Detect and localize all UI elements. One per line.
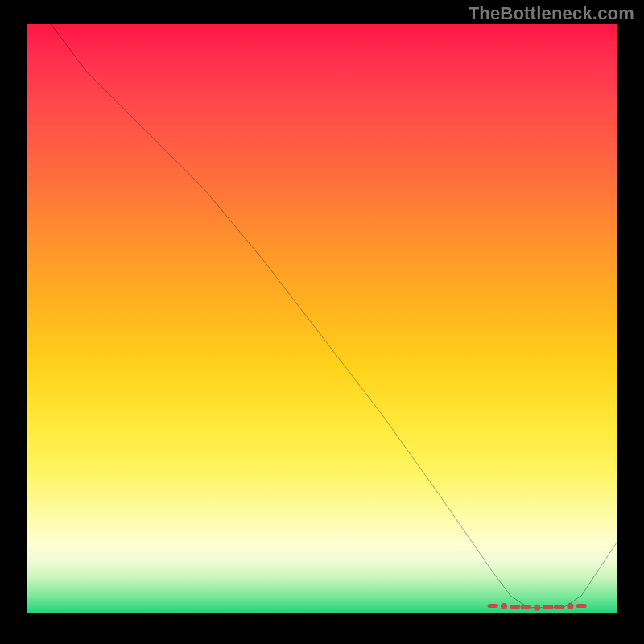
watermark-text: TheBottleneck.com [469,3,634,24]
valley-markers [27,24,617,613]
marker-dot [567,603,573,609]
marker-dash [576,604,586,608]
chart-frame: TheBottleneck.com [0,0,644,644]
marker-dash [543,605,553,609]
plot-area [27,24,617,613]
marker-dash [521,605,531,609]
marker-dot [534,605,540,611]
marker-dot [501,603,507,609]
marker-dash [554,605,564,609]
marker-cluster [488,603,587,611]
marker-dash [488,604,498,608]
marker-dash [510,605,520,609]
